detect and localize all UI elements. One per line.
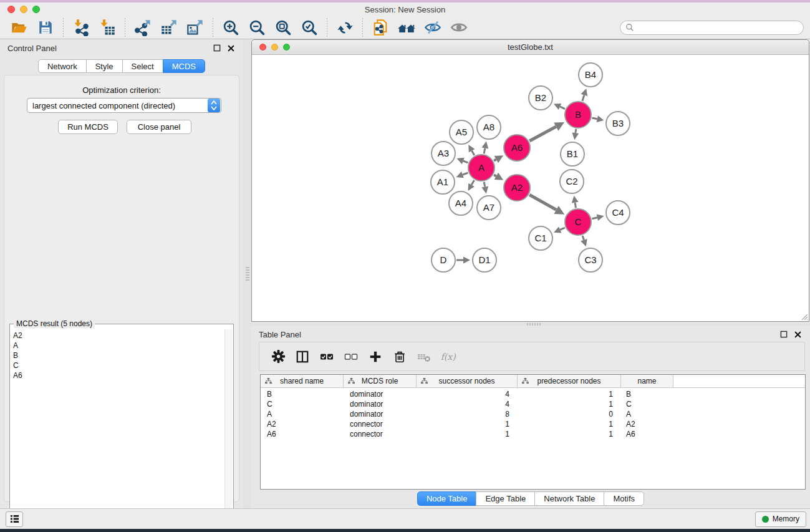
graph-edge-A-A2[interactable] bbox=[494, 175, 496, 176]
search-input[interactable] bbox=[637, 23, 798, 32]
table-row[interactable]: Cdominator41C bbox=[261, 399, 805, 409]
table-cell[interactable]: C bbox=[261, 399, 344, 409]
table-cell[interactable]: B bbox=[261, 389, 344, 399]
tab-network[interactable]: Network bbox=[38, 59, 87, 73]
table-cell[interactable]: 4 bbox=[417, 399, 518, 409]
graph-edge-A-A6[interactable] bbox=[494, 160, 496, 161]
graph-edge-A-A7[interactable] bbox=[484, 182, 485, 187]
criterion-select[interactable]: largest connected component (directed) bbox=[27, 98, 221, 113]
float-table-panel-icon[interactable] bbox=[779, 329, 789, 339]
task-history-button[interactable] bbox=[6, 511, 23, 527]
export-table-button[interactable] bbox=[160, 18, 178, 37]
tab-select[interactable]: Select bbox=[122, 59, 163, 73]
resize-grip-icon[interactable] bbox=[799, 312, 808, 321]
column-header-shared-name[interactable]: shared name bbox=[261, 375, 344, 387]
graph-edge-B-B4[interactable] bbox=[582, 95, 584, 101]
table-cell[interactable]: 4 bbox=[417, 389, 518, 399]
column-header-predecessor-nodes[interactable]: predecessor nodes bbox=[518, 375, 621, 387]
zoom-selected-button[interactable] bbox=[300, 18, 319, 37]
table-cell[interactable]: dominator bbox=[344, 389, 417, 399]
table-cell[interactable]: 8 bbox=[417, 409, 518, 419]
run-mcds-button[interactable]: Run MCDS bbox=[58, 120, 118, 134]
delete-row-button[interactable] bbox=[391, 349, 408, 365]
table-cell[interactable]: 1 bbox=[518, 399, 621, 409]
column-header-successor-nodes[interactable]: successor nodes bbox=[417, 375, 518, 387]
zoom-out-button[interactable] bbox=[248, 18, 266, 37]
graph-edge-A-A4[interactable] bbox=[471, 180, 474, 185]
result-scrollbar[interactable] bbox=[224, 329, 233, 530]
tab-network-table[interactable]: Network Table bbox=[534, 491, 604, 506]
open-session-button[interactable] bbox=[10, 18, 29, 37]
close-panel-icon[interactable] bbox=[226, 43, 236, 53]
table-cell[interactable]: 1 bbox=[518, 389, 621, 399]
table-cell[interactable]: 1 bbox=[518, 419, 621, 429]
close-table-panel-icon[interactable] bbox=[793, 329, 803, 339]
table-cell[interactable]: A6 bbox=[621, 429, 673, 439]
network-canvas[interactable]: B4B2BB3A5A8A6B1A3AC2A1A2A4A7C4CC1C3DD1 bbox=[252, 55, 809, 321]
mcds-result-item[interactable]: C bbox=[13, 360, 221, 370]
table-cell[interactable]: dominator bbox=[344, 409, 417, 419]
select-all-button[interactable] bbox=[318, 349, 335, 365]
column-header-mcds-role[interactable]: MCDS role bbox=[344, 375, 417, 387]
mcds-result-list[interactable]: A2ABCA6 bbox=[11, 329, 224, 530]
hide-selected-button[interactable] bbox=[423, 18, 442, 37]
graph-edge-C-C1[interactable] bbox=[560, 228, 565, 230]
import-table-button[interactable] bbox=[98, 18, 117, 37]
table-cell[interactable]: B bbox=[621, 389, 673, 399]
graph-edge-A-A1[interactable] bbox=[463, 173, 468, 175]
tab-node-table[interactable]: Node Table bbox=[417, 491, 477, 506]
table-row[interactable]: A6connector11A6 bbox=[261, 429, 805, 439]
table-cell[interactable]: A6 bbox=[261, 429, 344, 439]
table-row[interactable]: Adominator80A bbox=[261, 409, 805, 419]
tab-style[interactable]: Style bbox=[86, 59, 123, 73]
vertical-splitter-handle[interactable] bbox=[246, 267, 249, 281]
memory-button[interactable]: Memory bbox=[755, 511, 806, 527]
close-panel-button[interactable]: Close panel bbox=[127, 120, 191, 134]
search-box[interactable] bbox=[620, 21, 804, 35]
mcds-result-item[interactable]: A bbox=[13, 341, 221, 351]
table-cell[interactable]: A bbox=[621, 409, 673, 419]
graph-edge-B-B3[interactable] bbox=[592, 118, 597, 119]
table-cell[interactable]: dominator bbox=[344, 399, 417, 409]
table-cell[interactable]: 1 bbox=[417, 419, 518, 429]
export-network-button[interactable] bbox=[133, 18, 152, 37]
float-panel-icon[interactable] bbox=[212, 43, 222, 53]
table-cell[interactable]: A2 bbox=[621, 419, 673, 429]
graph-edge-B-B1[interactable] bbox=[576, 129, 576, 133]
deselect-all-button[interactable] bbox=[342, 349, 360, 365]
tab-edge-table[interactable]: Edge Table bbox=[476, 491, 535, 506]
mcds-result-item[interactable]: A2 bbox=[13, 331, 221, 341]
graph-edge-C-C3[interactable] bbox=[582, 236, 584, 240]
network-from-selection-button[interactable] bbox=[371, 18, 390, 37]
graph-edge-A-A5[interactable] bbox=[472, 151, 475, 155]
show-all-button[interactable] bbox=[450, 18, 468, 37]
table-cell[interactable]: C bbox=[621, 399, 673, 409]
table-row[interactable]: A2connector11A2 bbox=[261, 419, 805, 429]
table-cell[interactable]: 1 bbox=[518, 429, 621, 439]
table-options-button[interactable] bbox=[269, 349, 287, 365]
add-row-button[interactable] bbox=[367, 349, 384, 365]
column-header-name[interactable]: name bbox=[621, 375, 673, 387]
graph-edge-B-B2[interactable] bbox=[560, 107, 565, 109]
tab-motifs[interactable]: Motifs bbox=[604, 491, 644, 506]
table-cell[interactable]: 0 bbox=[518, 409, 621, 419]
mcds-result-item[interactable]: A6 bbox=[13, 370, 221, 380]
import-network-button[interactable] bbox=[72, 18, 90, 37]
table-cell[interactable]: A bbox=[261, 409, 344, 419]
table-row[interactable]: Bdominator41B bbox=[261, 389, 805, 399]
mcds-result-item[interactable]: B bbox=[13, 351, 221, 360]
graph-edge-A2-C[interactable] bbox=[529, 195, 556, 210]
tab-mcds[interactable]: MCDS bbox=[163, 59, 205, 73]
network-graph[interactable]: B4B2BB3A5A8A6B1A3AC2A1A2A4A7C4CC1C3DD1 bbox=[252, 55, 809, 321]
table-cell[interactable]: 1 bbox=[417, 429, 518, 439]
refresh-button[interactable] bbox=[335, 18, 354, 37]
table-cell[interactable]: connector bbox=[344, 429, 417, 439]
zoom-in-button[interactable] bbox=[221, 18, 240, 37]
zoom-fit-button[interactable] bbox=[274, 18, 292, 37]
export-image-button[interactable] bbox=[186, 18, 205, 37]
graph-edge-A6-B[interactable] bbox=[529, 127, 556, 141]
save-session-button[interactable] bbox=[36, 18, 55, 37]
graph-edge-C-C4[interactable] bbox=[592, 218, 597, 219]
graph-edge-A-A3[interactable] bbox=[463, 161, 468, 163]
table-cell[interactable]: connector bbox=[344, 419, 417, 429]
